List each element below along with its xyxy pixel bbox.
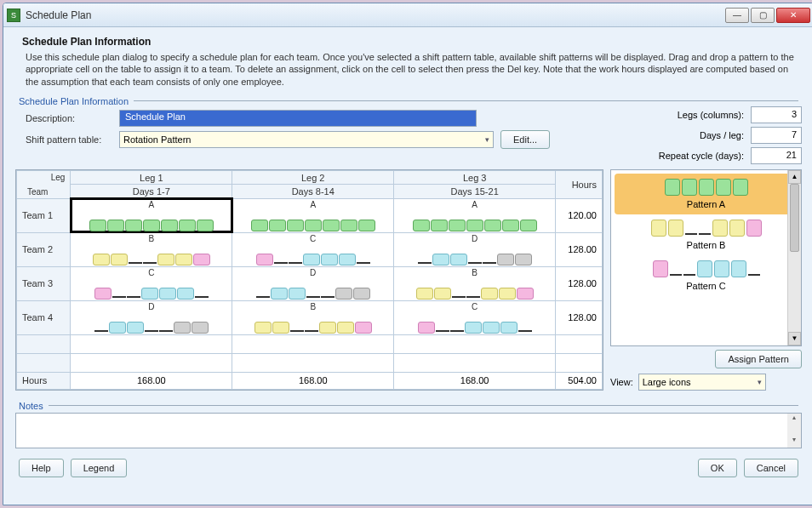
- cancel-button[interactable]: Cancel: [744, 459, 798, 477]
- table-row: Team 2BCD128.00: [17, 232, 603, 266]
- schedule-grid[interactable]: LegTeamLeg 1Leg 2Leg 3HoursDays 1-7Days …: [15, 169, 603, 391]
- close-button[interactable]: ✕: [776, 8, 810, 23]
- view-value: Large icons: [643, 377, 691, 387]
- notes-legend: Notes: [15, 401, 802, 411]
- scroll-up-icon[interactable]: ▲: [788, 170, 801, 184]
- app-icon: S: [7, 9, 20, 22]
- minimize-button[interactable]: —: [725, 8, 749, 23]
- description-input[interactable]: Schedule Plan: [119, 110, 477, 127]
- view-label: View:: [610, 377, 633, 387]
- palette-item[interactable]: Pattern A: [615, 174, 798, 214]
- info-legend: Schedule Plan Information: [15, 96, 802, 106]
- palette-item-label: Pattern C: [618, 281, 794, 291]
- notes-scrollbar[interactable]: ▴▾: [787, 414, 801, 448]
- palette-item[interactable]: Pattern B: [615, 214, 798, 255]
- days-leg-input[interactable]: 7: [751, 127, 802, 144]
- schedule-cell[interactable]: C: [71, 266, 232, 300]
- schedule-cell[interactable]: D: [232, 266, 394, 300]
- info-fieldset: Schedule Plan Information Description: S…: [15, 96, 802, 396]
- chevron-down-icon: ▾: [485, 135, 489, 144]
- schedule-cell[interactable]: D: [71, 300, 232, 334]
- schedule-cell[interactable]: A: [394, 198, 556, 232]
- view-combo[interactable]: Large icons ▾: [638, 374, 766, 391]
- schedule-cell[interactable]: C: [394, 300, 556, 334]
- palette-item-label: Pattern A: [618, 199, 794, 209]
- repeat-input[interactable]: 21: [751, 147, 802, 164]
- days-leg-label: Days / leg:: [700, 130, 744, 140]
- assign-pattern-button[interactable]: Assign Pattern: [715, 350, 802, 368]
- description-label: Description:: [26, 113, 119, 123]
- pattern-list[interactable]: Pattern APattern BPattern C ▲ ▼: [610, 169, 802, 346]
- schedule-cell[interactable]: C: [232, 232, 394, 266]
- edit-button[interactable]: Edit...: [500, 130, 550, 149]
- help-text: Use this schedule plan dialog to specify…: [26, 51, 795, 88]
- schedule-cell[interactable]: B: [394, 266, 556, 300]
- pattern-palette: Pattern APattern BPattern C ▲ ▼ Assign P…: [610, 169, 802, 391]
- chevron-down-icon: ▾: [758, 378, 762, 386]
- ok-button[interactable]: OK: [698, 459, 737, 477]
- schedule-cell[interactable]: A: [232, 198, 394, 232]
- scroll-down-icon[interactable]: ▼: [788, 332, 801, 345]
- legend-button[interactable]: Legend: [71, 459, 128, 477]
- window-title: Schedule Plan: [26, 9, 725, 21]
- notes-textarea[interactable]: ▴▾: [15, 413, 802, 448]
- schedule-cell[interactable]: A: [71, 198, 232, 232]
- notes-fieldset: Notes ▴▾: [15, 401, 802, 448]
- page-title: Schedule Plan Information: [22, 36, 802, 48]
- pattern-table-value: Rotation Pattern: [123, 134, 192, 145]
- help-button[interactable]: Help: [19, 459, 64, 477]
- palette-scrollbar[interactable]: ▲ ▼: [787, 170, 801, 345]
- table-row: Team 3CDB128.00: [17, 266, 603, 300]
- schedule-plan-dialog: S Schedule Plan — ▢ ✕ Schedule Plan Info…: [3, 3, 812, 505]
- scroll-thumb[interactable]: [790, 184, 799, 252]
- schedule-cell[interactable]: D: [394, 232, 556, 266]
- table-row: Team 1AAA120.00: [17, 198, 603, 232]
- legs-label: Legs (columns):: [678, 110, 744, 120]
- pattern-table-combo[interactable]: Rotation Pattern ▾: [119, 131, 494, 148]
- schedule-cell[interactable]: B: [71, 232, 232, 266]
- repeat-label: Repeat cycle (days):: [659, 151, 744, 161]
- table-row: Team 4DBC128.00: [17, 300, 603, 334]
- pattern-table-label: Shift pattern table:: [26, 134, 119, 145]
- palette-item[interactable]: Pattern C: [615, 255, 798, 296]
- palette-item-label: Pattern B: [618, 240, 794, 250]
- maximize-button[interactable]: ▢: [751, 8, 775, 23]
- schedule-cell[interactable]: B: [232, 300, 394, 334]
- legs-input[interactable]: 3: [751, 106, 802, 123]
- titlebar[interactable]: S Schedule Plan — ▢ ✕: [3, 3, 812, 27]
